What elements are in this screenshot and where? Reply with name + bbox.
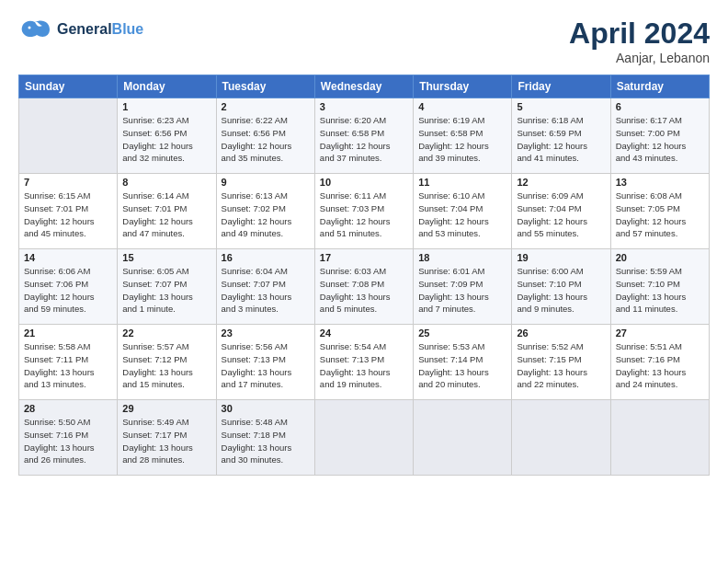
week-row-4: 21Sunrise: 5:58 AM Sunset: 7:11 PM Dayli… — [19, 325, 710, 400]
day-number: 29 — [122, 403, 210, 414]
week-row-1: 1Sunrise: 6:23 AM Sunset: 6:56 PM Daylig… — [19, 98, 710, 174]
calendar-cell: 26Sunrise: 5:52 AM Sunset: 7:15 PM Dayli… — [512, 325, 610, 400]
day-number: 11 — [418, 177, 506, 188]
day-number: 28 — [24, 403, 112, 414]
logo: GeneralBlue — [18, 17, 143, 42]
calendar-cell: 6Sunrise: 6:17 AM Sunset: 7:00 PM Daylig… — [610, 98, 709, 174]
day-info: Sunrise: 6:15 AM Sunset: 7:01 PM Dayligh… — [24, 190, 112, 240]
day-number: 24 — [320, 327, 408, 339]
calendar-cell: 1Sunrise: 6:23 AM Sunset: 6:56 PM Daylig… — [118, 98, 216, 174]
day-number: 27 — [616, 327, 704, 339]
header: GeneralBlue April 2024 Aanjar, Lebanon — [18, 17, 710, 65]
week-row-3: 14Sunrise: 6:06 AM Sunset: 7:06 PM Dayli… — [19, 249, 710, 325]
calendar-cell: 20Sunrise: 5:59 AM Sunset: 7:10 PM Dayli… — [610, 249, 709, 325]
weekday-saturday: Saturday — [610, 75, 709, 98]
weekday-thursday: Thursday — [414, 75, 512, 98]
calendar-cell: 14Sunrise: 6:06 AM Sunset: 7:06 PM Dayli… — [19, 249, 118, 325]
weekday-header-row: SundayMondayTuesdayWednesdayThursdayFrid… — [19, 75, 710, 98]
weekday-monday: Monday — [118, 75, 216, 98]
svg-point-0 — [28, 27, 31, 29]
day-info: Sunrise: 6:01 AM Sunset: 7:09 PM Dayligh… — [418, 265, 506, 316]
day-info: Sunrise: 6:08 AM Sunset: 7:05 PM Dayligh… — [616, 190, 704, 240]
day-number: 21 — [24, 327, 112, 339]
calendar-cell: 16Sunrise: 6:04 AM Sunset: 7:07 PM Dayli… — [216, 249, 314, 325]
calendar-cell: 11Sunrise: 6:10 AM Sunset: 7:04 PM Dayli… — [414, 174, 512, 249]
day-number: 13 — [616, 177, 704, 188]
day-number: 9 — [222, 177, 310, 188]
day-number: 19 — [517, 252, 605, 263]
day-info: Sunrise: 5:53 AM Sunset: 7:14 PM Dayligh… — [418, 340, 506, 391]
calendar-cell: 9Sunrise: 6:13 AM Sunset: 7:02 PM Daylig… — [216, 174, 314, 249]
logo-text: GeneralBlue — [57, 21, 143, 38]
calendar-cell: 5Sunrise: 6:18 AM Sunset: 6:59 PM Daylig… — [512, 98, 610, 174]
day-info: Sunrise: 5:57 AM Sunset: 7:12 PM Dayligh… — [122, 340, 210, 391]
day-number: 25 — [418, 327, 506, 339]
title-block: April 2024 Aanjar, Lebanon — [569, 17, 710, 65]
calendar-cell — [314, 400, 413, 476]
day-info: Sunrise: 6:00 AM Sunset: 7:10 PM Dayligh… — [517, 265, 605, 316]
day-number: 5 — [517, 101, 605, 112]
calendar-cell: 4Sunrise: 6:19 AM Sunset: 6:58 PM Daylig… — [414, 98, 512, 174]
week-row-2: 7Sunrise: 6:15 AM Sunset: 7:01 PM Daylig… — [19, 174, 710, 249]
calendar-cell: 15Sunrise: 6:05 AM Sunset: 7:07 PM Dayli… — [118, 249, 216, 325]
calendar-cell: 2Sunrise: 6:22 AM Sunset: 6:56 PM Daylig… — [216, 98, 314, 174]
day-info: Sunrise: 5:52 AM Sunset: 7:15 PM Dayligh… — [517, 340, 605, 391]
page-container: GeneralBlue April 2024 Aanjar, Lebanon S… — [0, 0, 728, 485]
week-row-5: 28Sunrise: 5:50 AM Sunset: 7:16 PM Dayli… — [19, 400, 710, 476]
day-number: 17 — [320, 252, 408, 263]
day-info: Sunrise: 6:17 AM Sunset: 7:00 PM Dayligh… — [616, 114, 704, 165]
calendar-cell — [512, 400, 610, 476]
weekday-wednesday: Wednesday — [314, 75, 413, 98]
calendar-cell: 29Sunrise: 5:49 AM Sunset: 7:17 PM Dayli… — [118, 400, 216, 476]
weekday-friday: Friday — [512, 75, 610, 98]
day-info: Sunrise: 6:19 AM Sunset: 6:58 PM Dayligh… — [418, 114, 506, 165]
calendar-cell: 25Sunrise: 5:53 AM Sunset: 7:14 PM Dayli… — [414, 325, 512, 400]
day-info: Sunrise: 6:13 AM Sunset: 7:02 PM Dayligh… — [222, 190, 310, 240]
day-info: Sunrise: 5:48 AM Sunset: 7:18 PM Dayligh… — [222, 416, 310, 466]
calendar-cell: 10Sunrise: 6:11 AM Sunset: 7:03 PM Dayli… — [314, 174, 413, 249]
day-number: 20 — [616, 252, 704, 263]
day-number: 8 — [122, 177, 210, 188]
calendar-cell: 18Sunrise: 6:01 AM Sunset: 7:09 PM Dayli… — [414, 249, 512, 325]
day-number: 22 — [122, 327, 210, 339]
day-info: Sunrise: 6:14 AM Sunset: 7:01 PM Dayligh… — [122, 190, 210, 240]
day-info: Sunrise: 5:51 AM Sunset: 7:16 PM Dayligh… — [616, 340, 704, 391]
calendar-cell: 30Sunrise: 5:48 AM Sunset: 7:18 PM Dayli… — [216, 400, 314, 476]
day-info: Sunrise: 6:04 AM Sunset: 7:07 PM Dayligh… — [222, 265, 310, 316]
calendar-cell: 13Sunrise: 6:08 AM Sunset: 7:05 PM Dayli… — [610, 174, 709, 249]
calendar-cell: 23Sunrise: 5:56 AM Sunset: 7:13 PM Dayli… — [216, 325, 314, 400]
month-title: April 2024 — [569, 17, 710, 51]
day-info: Sunrise: 5:59 AM Sunset: 7:10 PM Dayligh… — [616, 265, 704, 316]
day-info: Sunrise: 5:58 AM Sunset: 7:11 PM Dayligh… — [24, 340, 112, 391]
calendar-cell: 12Sunrise: 6:09 AM Sunset: 7:04 PM Dayli… — [512, 174, 610, 249]
calendar-cell — [414, 400, 512, 476]
calendar-cell: 22Sunrise: 5:57 AM Sunset: 7:12 PM Dayli… — [118, 325, 216, 400]
day-number: 6 — [616, 101, 704, 112]
day-info: Sunrise: 6:03 AM Sunset: 7:08 PM Dayligh… — [320, 265, 408, 316]
day-info: Sunrise: 5:54 AM Sunset: 7:13 PM Dayligh… — [320, 340, 408, 391]
day-info: Sunrise: 5:49 AM Sunset: 7:17 PM Dayligh… — [122, 416, 210, 466]
calendar-cell: 27Sunrise: 5:51 AM Sunset: 7:16 PM Dayli… — [610, 325, 709, 400]
day-info: Sunrise: 6:23 AM Sunset: 6:56 PM Dayligh… — [122, 114, 210, 165]
day-info: Sunrise: 6:11 AM Sunset: 7:03 PM Dayligh… — [320, 190, 408, 240]
weekday-sunday: Sunday — [19, 75, 118, 98]
day-info: Sunrise: 6:05 AM Sunset: 7:07 PM Dayligh… — [122, 265, 210, 316]
day-number: 14 — [24, 252, 112, 263]
day-number: 3 — [320, 101, 408, 112]
day-number: 4 — [418, 101, 506, 112]
day-info: Sunrise: 6:22 AM Sunset: 6:56 PM Dayligh… — [222, 114, 310, 165]
day-number: 7 — [24, 177, 112, 188]
day-number: 18 — [418, 252, 506, 263]
day-info: Sunrise: 6:20 AM Sunset: 6:58 PM Dayligh… — [320, 114, 408, 165]
day-number: 1 — [122, 101, 210, 112]
calendar-cell: 19Sunrise: 6:00 AM Sunset: 7:10 PM Dayli… — [512, 249, 610, 325]
calendar-cell: 21Sunrise: 5:58 AM Sunset: 7:11 PM Dayli… — [19, 325, 118, 400]
day-info: Sunrise: 6:10 AM Sunset: 7:04 PM Dayligh… — [418, 190, 506, 240]
day-number: 16 — [222, 252, 310, 263]
calendar-cell — [610, 400, 709, 476]
logo-bird-icon — [18, 17, 51, 42]
day-number: 26 — [517, 327, 605, 339]
day-number: 15 — [122, 252, 210, 263]
day-info: Sunrise: 6:18 AM Sunset: 6:59 PM Dayligh… — [517, 114, 605, 165]
day-number: 30 — [222, 403, 310, 414]
